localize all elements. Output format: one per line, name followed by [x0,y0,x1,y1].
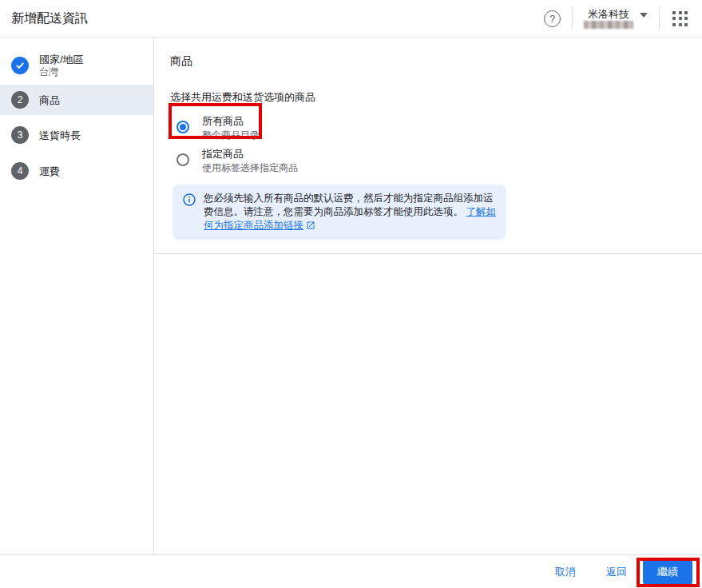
back-button[interactable]: 返回 [601,562,632,582]
step-number-badge: 4 [11,162,29,180]
help-icon[interactable]: ? [544,10,561,27]
step-sidebar: 國家/地區 台灣 2 商品 3 送貨時長 4 運費 [0,38,154,554]
body: 國家/地區 台灣 2 商品 3 送貨時長 4 運費 商品 选择共用运费和送货选项… [0,38,702,554]
cancel-button[interactable]: 取消 [550,562,581,582]
option-all-products[interactable]: 所有商品 整个商品目录 [176,115,702,141]
radio-all-products[interactable] [176,121,189,133]
step-shipping-cost-label: 運費 [39,165,60,177]
step-country-value: 台灣 [39,67,84,77]
step-country-text: 國家/地區 台灣 [39,54,84,77]
apps-grid-icon[interactable] [671,10,689,28]
main-content: 商品 选择共用运费和送货选项的商品 所有商品 整个商品目录 指定商品 使用标签选… [154,38,702,554]
option-description: 使用标签选择指定商品 [202,162,298,173]
account-name: 米洛科技 [588,8,629,20]
header-divider [572,7,573,30]
option-specific-products[interactable]: 指定商品 使用标签选择指定商品 [176,148,702,173]
account-info: 米洛科技 [584,8,633,29]
radio-specific-products[interactable] [176,153,189,166]
step-number-badge: 2 [11,91,29,109]
option-all-products-text: 所有商品 整个商品目录 [202,115,260,141]
add-shipping-info-page: 新增配送資訊 ? 米洛科技 [0,0,702,588]
notice-body: 您必须先输入所有商品的默认运费，然后才能为指定商品组添加运费信息。请注意，您需要… [204,193,494,217]
header: 新增配送資訊 ? 米洛科技 [0,0,702,38]
step-delivery-time-label: 送貨時長 [39,129,81,141]
sidebar-step-delivery-time[interactable]: 3 送貨時長 [0,120,153,150]
option-specific-products-text: 指定商品 使用标签选择指定商品 [202,148,298,173]
section-heading: 商品 [170,54,702,69]
step-products-label: 商品 [39,94,60,106]
sidebar-step-country[interactable]: 國家/地區 台灣 [0,46,153,85]
step-country-label: 國家/地區 [39,54,84,66]
step-number-badge: 3 [11,126,29,144]
header-divider [659,7,660,30]
page-title: 新增配送資訊 [11,10,88,27]
content-divider [154,253,702,254]
continue-button[interactable]: 繼續 [643,559,692,585]
chevron-down-icon [640,13,648,18]
option-label: 所有商品 [202,115,260,128]
footer-action-bar: 取消 返回 繼續 [0,554,702,588]
notice-text: 您必须先输入所有商品的默认运费，然后才能为指定商品组添加运费信息。请注意，您需要… [204,192,496,232]
header-actions: ? 米洛科技 [544,7,689,30]
sidebar-step-products[interactable]: 2 商品 [0,85,153,115]
option-description: 整个商品目录 [202,129,260,141]
info-icon [183,193,196,232]
info-notice: 您必须先输入所有商品的默认运费，然后才能为指定商品组添加运费信息。请注意，您需要… [173,185,506,240]
sidebar-step-shipping-cost[interactable]: 4 運費 [0,156,153,186]
account-id-redacted [584,21,633,29]
option-label: 指定商品 [202,148,298,161]
open-in-new-icon [306,220,315,230]
account-switcher[interactable]: 米洛科技 [584,8,648,29]
step-complete-check-icon [11,57,29,74]
question-text: 选择共用运费和送货选项的商品 [170,90,702,105]
